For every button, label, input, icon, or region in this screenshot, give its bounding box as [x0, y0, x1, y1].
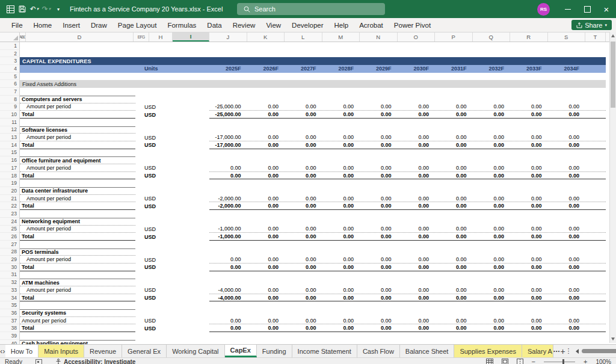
ribbon-tab-page-layout[interactable]: Page Layout — [112, 19, 162, 32]
total-value-2031F[interactable]: 0.00 — [435, 264, 473, 270]
amount-value-2029F[interactable]: 0.00 — [360, 287, 398, 293]
amount-value-2031F[interactable]: 0.00 — [435, 134, 473, 140]
scroll-down-icon[interactable] — [611, 338, 615, 341]
section-name-cell[interactable]: Computers and servers — [20, 96, 135, 103]
total-value-2026F[interactable]: 0.00 — [247, 203, 285, 209]
ribbon-tab-formulas[interactable]: Formulas — [162, 19, 202, 32]
ribbon-tab-home[interactable]: Home — [28, 19, 58, 32]
amount-value-2027F[interactable]: 0.00 — [285, 165, 322, 171]
total-unit-cell[interactable]: USD — [135, 233, 209, 241]
row-header-29[interactable]: 29 — [0, 256, 20, 264]
row-header-35[interactable]: 35 — [0, 301, 20, 309]
total-value-2034F[interactable]: 0.00 — [548, 111, 586, 117]
amount-value-2029F[interactable]: 0.00 — [360, 226, 398, 232]
amount-value-2031F[interactable]: 0.00 — [435, 318, 473, 324]
total-value-2025F[interactable]: -25,000.00 — [209, 111, 247, 117]
total-value-2033F[interactable]: 0.00 — [510, 264, 548, 270]
row-header-7[interactable]: 7 — [0, 88, 20, 96]
total-value-2028F[interactable]: 0.00 — [322, 173, 360, 179]
amount-value-2032F[interactable]: 0.00 — [473, 196, 511, 202]
amount-value-2025F[interactable]: -17,000.00 — [209, 134, 247, 140]
total-value-2031F[interactable]: 0.00 — [435, 233, 473, 239]
search-box[interactable]: Search — [237, 3, 385, 15]
close-button[interactable]: × — [597, 0, 616, 18]
row-header-17[interactable]: 17 — [0, 164, 20, 172]
total-value-2032F[interactable]: 0.00 — [473, 203, 511, 209]
total-value-2030F[interactable]: 0.00 — [398, 111, 436, 117]
maximize-button[interactable] — [578, 0, 597, 18]
total-value-2034F[interactable]: 0.00 — [548, 142, 586, 148]
redo-caret-icon[interactable]: ▾ — [49, 7, 51, 11]
total-value-2027F[interactable]: 0.00 — [285, 264, 322, 270]
total-value-2030F[interactable]: 0.00 — [398, 142, 436, 148]
total-value-2029F[interactable]: 0.00 — [360, 264, 398, 270]
year-header-2034F[interactable]: 2034F — [548, 66, 586, 72]
row-header-8[interactable]: 8 — [0, 96, 20, 103]
amount-value-2030F[interactable]: 0.00 — [398, 196, 436, 202]
total-value-2025F[interactable]: 0.00 — [209, 173, 247, 179]
zoom-slider-thumb[interactable] — [562, 359, 564, 364]
total-value-2028F[interactable]: 0.00 — [322, 295, 360, 301]
amount-value-2032F[interactable]: 0.00 — [473, 134, 511, 140]
total-value-2030F[interactable]: 0.00 — [398, 173, 436, 179]
total-value-2033F[interactable]: 0.00 — [510, 203, 548, 209]
horizontal-scroll-thumb[interactable] — [582, 349, 616, 353]
row-header-34[interactable]: 34 — [0, 294, 20, 302]
share-button[interactable]: Share ▾ — [571, 20, 612, 30]
amount-value-2025F[interactable]: 0.00 — [209, 256, 247, 262]
total-value-2030F[interactable]: 0.00 — [398, 325, 436, 331]
amount-value-2031F[interactable]: 0.00 — [435, 256, 473, 262]
row-header-15[interactable]: 15 — [0, 149, 20, 157]
total-value-2033F[interactable]: 0.00 — [510, 173, 548, 179]
section-name-cell[interactable]: Cash handling equipment — [20, 340, 135, 344]
total-label-cell[interactable]: Total — [20, 264, 135, 271]
amount-value-2025F[interactable]: 0.00 — [209, 318, 247, 324]
total-unit-cell[interactable]: USD — [135, 172, 209, 180]
amount-value-2029F[interactable]: 0.00 — [360, 103, 398, 110]
minimize-button[interactable] — [558, 0, 578, 18]
ribbon-tab-draw[interactable]: Draw — [85, 19, 112, 32]
total-value-2026F[interactable]: 0.00 — [247, 295, 285, 301]
row-header-21[interactable]: 21 — [0, 195, 20, 203]
total-value-2034F[interactable]: 0.00 — [548, 173, 586, 179]
total-value-2033F[interactable]: 0.00 — [510, 111, 548, 117]
total-value-2028F[interactable]: 0.00 — [322, 233, 360, 239]
total-value-2029F[interactable]: 0.00 — [360, 295, 398, 301]
row-header-14[interactable]: 14 — [0, 141, 20, 149]
row-header-1[interactable]: 1 — [0, 42, 20, 50]
total-unit-cell[interactable]: USD — [135, 111, 209, 119]
year-header-2030F[interactable]: 2030F — [398, 66, 436, 72]
row-header-23[interactable]: 23 — [0, 210, 20, 218]
row-header-27[interactable]: 27 — [0, 241, 20, 248]
amount-value-2029F[interactable]: 0.00 — [360, 165, 398, 171]
amount-value-2028F[interactable]: 0.00 — [322, 196, 360, 202]
amount-value-2034F[interactable]: 0.00 — [548, 256, 586, 262]
total-value-2027F[interactable]: 0.00 — [285, 142, 322, 148]
amount-label-cell[interactable]: Amount per period — [20, 256, 135, 264]
total-value-2026F[interactable]: 0.00 — [247, 111, 285, 117]
row-header-25[interactable]: 25 — [0, 226, 20, 233]
total-value-2026F[interactable]: 0.00 — [247, 173, 285, 179]
row-header-24[interactable]: 24 — [0, 218, 20, 226]
amount-value-2030F[interactable]: 0.00 — [398, 134, 436, 140]
total-value-2029F[interactable]: 0.00 — [360, 142, 398, 148]
amount-value-2027F[interactable]: 0.00 — [285, 226, 322, 232]
ribbon-tab-data[interactable]: Data — [202, 19, 227, 32]
total-value-2034F[interactable]: 0.00 — [548, 295, 586, 301]
row-header-40[interactable]: 40 — [0, 340, 20, 344]
amount-unit-cell[interactable]: USD — [135, 286, 209, 294]
column-header-L[interactable]: L — [285, 32, 322, 42]
amount-value-2032F[interactable]: 0.00 — [473, 287, 511, 293]
horizontal-scrollbar[interactable] — [572, 345, 616, 357]
total-value-2028F[interactable]: 0.00 — [322, 325, 360, 331]
amount-value-2030F[interactable]: 0.00 — [398, 318, 436, 324]
amount-value-2026F[interactable]: 0.00 — [247, 287, 285, 293]
amount-value-2032F[interactable]: 0.00 — [473, 256, 511, 262]
amount-value-2034F[interactable]: 0.00 — [548, 103, 586, 110]
amount-value-2026F[interactable]: 0.00 — [247, 134, 285, 140]
sheet-tab-main-inputs[interactable]: Main Inputs — [38, 345, 84, 357]
total-value-2032F[interactable]: 0.00 — [473, 173, 511, 179]
amount-value-2029F[interactable]: 0.00 — [360, 134, 398, 140]
sheet-tab-capex[interactable]: CapEx — [225, 345, 257, 357]
amount-value-2031F[interactable]: 0.00 — [435, 287, 473, 293]
